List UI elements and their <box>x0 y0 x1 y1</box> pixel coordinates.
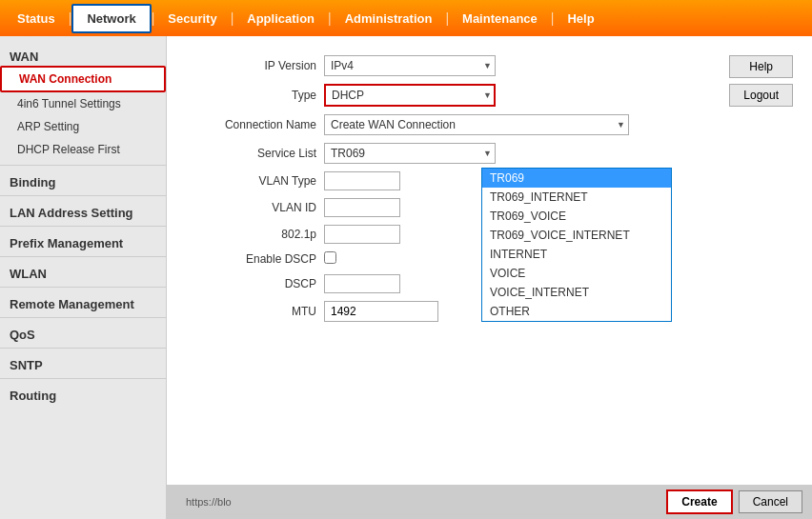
type-label: Type <box>186 89 324 102</box>
ip-version-row: IP Version IPv4 <box>186 55 793 76</box>
connection-name-select[interactable]: Create WAN Connection <box>324 114 629 135</box>
dropdown-item-tr069-voice[interactable]: TR069_VOICE <box>482 207 671 226</box>
top-navigation: Status | Network | Security | Applicatio… <box>0 0 812 36</box>
nav-div-4: | <box>328 10 332 26</box>
ip-version-label: IP Version <box>186 59 324 72</box>
sidebar-section-routing[interactable]: Routing <box>0 383 166 405</box>
type-row: Type DHCP <box>186 84 793 107</box>
nav-div-1: | <box>69 10 72 26</box>
dropdown-item-voice[interactable]: VOICE <box>482 264 671 283</box>
url-display: https://blo <box>186 496 232 508</box>
sidebar-div-2 <box>0 195 166 196</box>
page-layout: WAN WAN Connection 4in6 Tunnel Settings … <box>0 36 812 519</box>
main-content: Help Logout IP Version IPv4 Type <box>167 36 812 519</box>
vlan-type-input[interactable] <box>324 171 400 190</box>
dot1p-control <box>324 225 400 244</box>
bottom-bar: https://blo Create Cancel <box>167 485 812 519</box>
nav-maintenance[interactable]: Maintenance <box>449 6 551 31</box>
service-list-select[interactable]: TR069 <box>324 143 496 164</box>
connection-name-control: Create WAN Connection <box>324 114 629 135</box>
nav-div-6: | <box>551 10 555 26</box>
dot1p-label: 802.1p <box>186 228 324 241</box>
right-buttons: Help Logout <box>729 55 793 107</box>
create-button[interactable]: Create <box>666 489 732 514</box>
service-list-row: Service List TR069 <box>186 143 793 164</box>
ip-version-wrapper: IPv4 <box>324 55 496 76</box>
sidebar-div-4 <box>0 256 166 257</box>
logout-button[interactable]: Logout <box>729 84 793 107</box>
nav-status[interactable]: Status <box>4 6 69 31</box>
sidebar-div-8 <box>0 378 166 379</box>
nav-div-3: | <box>231 10 234 26</box>
sidebar-div-7 <box>0 348 166 349</box>
dot1p-input[interactable] <box>324 225 400 244</box>
nav-help[interactable]: Help <box>554 6 607 31</box>
mtu-control <box>324 301 438 322</box>
sidebar-section-lan[interactable]: LAN Address Setting <box>0 200 166 222</box>
nav-security[interactable]: Security <box>154 6 230 31</box>
dscp-input[interactable] <box>324 274 400 293</box>
help-button[interactable]: Help <box>729 55 793 78</box>
dscp-control <box>324 274 400 293</box>
vlan-id-control <box>324 198 400 217</box>
vlan-id-label: VLAN ID <box>186 201 324 214</box>
service-list-control: TR069 <box>324 143 496 164</box>
sidebar-item-wan-connection[interactable]: WAN Connection <box>0 66 166 92</box>
service-list-label: Service List <box>186 147 324 160</box>
enable-dscp-checkbox[interactable] <box>324 251 336 264</box>
vlan-id-input[interactable] <box>324 198 400 217</box>
sidebar-section-binding[interactable]: Binding <box>0 170 166 191</box>
dropdown-item-tr069-voice-internet[interactable]: TR069_VOICE_INTERNET <box>482 226 671 245</box>
nav-application[interactable]: Application <box>233 6 328 31</box>
ip-version-select[interactable]: IPv4 <box>324 55 496 76</box>
service-list-dropdown: TR069 TR069_INTERNET TR069_VOICE TR069_V… <box>481 168 672 322</box>
sidebar-section-prefix[interactable]: Prefix Management <box>0 230 166 252</box>
sidebar-item-4in6[interactable]: 4in6 Tunnel Settings <box>0 92 166 115</box>
dropdown-item-internet[interactable]: INTERNET <box>482 245 671 264</box>
sidebar-div-6 <box>0 317 166 318</box>
sidebar-div-3 <box>0 226 166 227</box>
service-list-wrapper: TR069 <box>324 143 496 164</box>
type-select[interactable]: DHCP <box>324 84 496 107</box>
sidebar-section-qos[interactable]: QoS <box>0 322 166 344</box>
vlan-type-control <box>324 171 400 190</box>
type-wrapper: DHCP <box>324 84 496 107</box>
vlan-type-label: VLAN Type <box>186 174 324 188</box>
sidebar-item-dhcp-release[interactable]: DHCP Release First <box>0 138 166 161</box>
cancel-button[interactable]: Cancel <box>739 490 802 513</box>
sidebar-div-1 <box>0 165 166 166</box>
sidebar-section-wlan[interactable]: WLAN <box>0 261 166 283</box>
sidebar-section-remote[interactable]: Remote Management <box>0 291 166 313</box>
nav-network[interactable]: Network <box>71 4 151 33</box>
dscp-label: DSCP <box>186 277 324 290</box>
dropdown-item-tr069-internet[interactable]: TR069_INTERNET <box>482 188 671 207</box>
ip-version-control: IPv4 <box>324 55 496 76</box>
enable-dscp-label: Enable DSCP <box>186 252 324 266</box>
dropdown-item-voice-internet[interactable]: VOICE_INTERNET <box>482 283 671 302</box>
sidebar-div-5 <box>0 287 166 288</box>
sidebar-section-sntp[interactable]: SNTP <box>0 352 166 374</box>
nav-administration[interactable]: Administration <box>332 6 446 31</box>
connection-name-label: Connection Name <box>186 118 324 131</box>
sidebar-item-arp[interactable]: ARP Setting <box>0 115 166 138</box>
dropdown-item-tr069[interactable]: TR069 <box>482 169 671 188</box>
nav-div-5: | <box>445 10 449 26</box>
connection-name-row: Connection Name Create WAN Connection <box>186 114 793 135</box>
mtu-input[interactable] <box>324 301 438 322</box>
type-control: DHCP <box>324 84 496 107</box>
nav-div-2: | <box>152 10 155 26</box>
sidebar-section-wan: WAN <box>0 44 166 66</box>
sidebar: WAN WAN Connection 4in6 Tunnel Settings … <box>0 36 167 519</box>
dropdown-item-other[interactable]: OTHER <box>482 302 671 321</box>
enable-dscp-control <box>324 251 340 267</box>
mtu-label: MTU <box>186 305 324 318</box>
connection-name-wrapper: Create WAN Connection <box>324 114 629 135</box>
